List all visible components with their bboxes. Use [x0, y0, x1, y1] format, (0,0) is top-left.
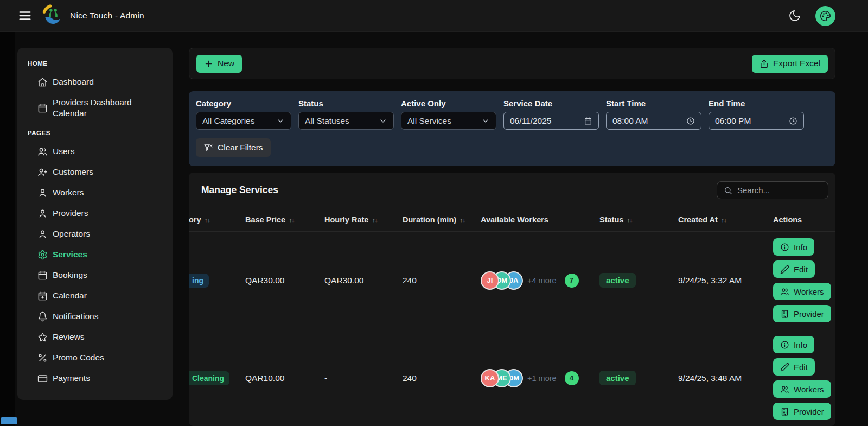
- sidebar: HOME Dashboard Providers Dashboard Calen…: [17, 48, 173, 400]
- column-header-hourly-rate[interactable]: Hourly Rate↑↓: [324, 215, 403, 224]
- action-provider-button[interactable]: Provider: [773, 305, 831, 322]
- toolbar: New Export Excel: [189, 48, 835, 79]
- services-table-card: Manage Services ory↑↓ Base Price↑↓ Hourl…: [189, 173, 835, 426]
- menu-icon[interactable]: [18, 9, 32, 23]
- calendar-icon: [37, 270, 48, 281]
- topbar: Nice Touch - Admin: [0, 0, 868, 32]
- table-row: Cleaning QAR10.00 - 240 KAMEDM+1 more 4 …: [189, 329, 835, 426]
- app-logo: [41, 4, 65, 28]
- duration: 240: [403, 276, 481, 285]
- filter-value: All Services: [407, 116, 451, 126]
- category-badge: ing: [189, 274, 209, 288]
- hourly-rate: -: [324, 373, 403, 383]
- action-workers-button[interactable]: Workers: [773, 283, 831, 300]
- action-info-button[interactable]: Info: [773, 238, 814, 256]
- workers-count-badge: 7: [565, 274, 579, 288]
- sidebar-item-services[interactable]: Services: [17, 244, 173, 265]
- sidebar-item-customers[interactable]: Customers: [17, 162, 173, 182]
- action-provider-button[interactable]: Provider: [773, 403, 831, 420]
- available-workers: KAMEDM+1 more 4: [481, 369, 599, 387]
- filter-value: 06:00 PM: [715, 116, 751, 126]
- end-time-input[interactable]: 06:00 PM: [709, 112, 804, 130]
- users-icon: [780, 385, 789, 394]
- gear-icon: [37, 250, 48, 260]
- start-time-input[interactable]: 08:00 AM: [606, 112, 701, 130]
- filter-label: Start Time: [606, 99, 701, 108]
- building-icon: [780, 309, 789, 319]
- percent-icon: [37, 353, 48, 363]
- sidebar-item-providers-dashboard-calendar[interactable]: Providers Dashboard Calendar: [17, 92, 173, 124]
- sidebar-item-dashboard[interactable]: Dashboard: [17, 72, 173, 92]
- search-input[interactable]: [737, 186, 813, 195]
- filter-field-active-only: Active Only All Services: [401, 99, 496, 130]
- main-content: New Export Excel Category All Categories…: [189, 48, 835, 426]
- user-icon: [37, 229, 48, 239]
- status-badge: active: [599, 273, 636, 288]
- category-select[interactable]: All Categories: [196, 112, 291, 130]
- category-badge: Cleaning: [189, 371, 229, 385]
- worker-avatar[interactable]: KA: [481, 369, 499, 387]
- filter-label: Status: [298, 99, 394, 108]
- moon-icon[interactable]: [788, 9, 801, 22]
- service-date-input[interactable]: 06/11/2025: [503, 112, 599, 130]
- table-header-row: ory↑↓ Base Price↑↓ Hourly Rate↑↓ Duratio…: [189, 208, 835, 232]
- filters-panel: Category All Categories Status All Statu…: [189, 91, 835, 166]
- info-icon: [780, 243, 789, 252]
- left-gutter: [0, 32, 15, 426]
- pencil-icon: [780, 363, 789, 372]
- active-only-select[interactable]: All Services: [401, 112, 496, 130]
- sidebar-item-reviews[interactable]: Reviews: [17, 327, 173, 347]
- users-icon: [37, 147, 48, 157]
- palette-icon: [820, 10, 831, 22]
- export-excel-button[interactable]: Export Excel: [752, 55, 828, 73]
- more-workers-label[interactable]: +4 more: [527, 276, 557, 285]
- sidebar-item-notifications[interactable]: Notifications: [17, 306, 173, 327]
- home-icon: [37, 77, 48, 87]
- upload-icon: [760, 59, 769, 68]
- new-button[interactable]: New: [196, 55, 242, 73]
- sidebar-item-operators[interactable]: Operators: [17, 224, 173, 244]
- sidebar-item-calendar[interactable]: Calendar: [17, 285, 173, 306]
- action-edit-button[interactable]: Edit: [773, 358, 815, 376]
- created-at: 9/24/25, 3:32 AM: [678, 276, 773, 285]
- sidebar-item-users[interactable]: Users: [17, 141, 173, 162]
- filter-field-category: Category All Categories: [196, 99, 291, 130]
- filter-field-status: Status All Statuses: [298, 99, 394, 130]
- created-at: 9/24/25, 3:48 AM: [678, 373, 773, 383]
- status-badge: active: [599, 371, 636, 385]
- user-plus-icon: [37, 167, 48, 177]
- column-header-created-at[interactable]: Created At↑↓: [678, 215, 773, 224]
- status-select[interactable]: All Statuses: [298, 112, 394, 130]
- more-workers-label[interactable]: +1 more: [527, 374, 557, 383]
- filter-value: 06/11/2025: [510, 116, 551, 126]
- column-header-available-workers: Available Workers: [481, 215, 599, 224]
- action-edit-button[interactable]: Edit: [773, 260, 815, 278]
- filter-value: 08:00 AM: [612, 116, 648, 126]
- action-info-button[interactable]: Info: [773, 336, 814, 353]
- column-header-ory[interactable]: ory↑↓: [189, 215, 245, 224]
- sidebar-item-providers[interactable]: Providers: [17, 203, 173, 224]
- plus-icon: [204, 59, 213, 68]
- building-icon: [780, 407, 789, 416]
- chevron-icon: [276, 117, 285, 125]
- column-header-actions: Actions: [773, 215, 835, 224]
- sidebar-item-bookings[interactable]: Bookings: [17, 265, 173, 285]
- sidebar-item-promo-codes[interactable]: Promo Codes: [17, 347, 173, 368]
- horizontal-scrollbar-thumb[interactable]: [1, 417, 17, 424]
- sort-icon: ↑↓: [459, 216, 465, 224]
- sort-icon: ↑↓: [205, 216, 210, 224]
- column-header-duration-min[interactable]: Duration (min)↑↓: [403, 215, 481, 224]
- sidebar-item-payments[interactable]: Payments: [17, 368, 173, 389]
- base-price: QAR30.00: [245, 276, 324, 285]
- worker-avatar[interactable]: JI: [481, 271, 499, 290]
- action-workers-button[interactable]: Workers: [773, 380, 831, 398]
- table-row: ing QAR30.00 QAR30.00 240 JIDMJA+4 more …: [189, 232, 835, 329]
- sidebar-section-pages: PAGES: [17, 124, 173, 141]
- app-title: Nice Touch - Admin: [70, 11, 144, 21]
- sort-icon: ↑↓: [627, 216, 632, 224]
- sidebar-item-workers[interactable]: Workers: [17, 182, 173, 203]
- profile-avatar[interactable]: [815, 6, 835, 26]
- column-header-status[interactable]: Status↑↓: [599, 215, 678, 224]
- column-header-base-price[interactable]: Base Price↑↓: [245, 215, 324, 224]
- clear-filters-button[interactable]: Clear Filters: [196, 138, 271, 157]
